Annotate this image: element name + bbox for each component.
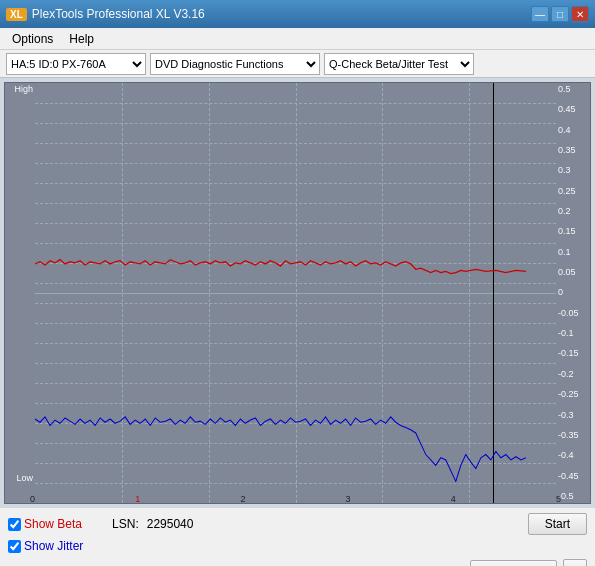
maximize-button[interactable]: □ <box>551 6 569 22</box>
lsn-label: LSN: <box>112 517 139 531</box>
chart-panel: High Low <box>0 78 595 508</box>
x-label-4: 4 <box>451 494 456 504</box>
jitter-trace <box>35 417 526 482</box>
show-beta-label: Show Beta <box>8 517 82 531</box>
high-label: High <box>7 85 33 94</box>
x-label-1: 1 <box>135 494 140 504</box>
title-bar-left: XL PlexTools Professional XL V3.16 <box>6 7 205 21</box>
y-right--0.45: -0.45 <box>558 472 588 481</box>
y-right--0.25: -0.25 <box>558 390 588 399</box>
y-axis-right: 0.5 0.45 0.4 0.35 0.3 0.25 0.2 0.15 0.1 … <box>556 83 590 503</box>
y-right-0.5: 0.5 <box>558 85 588 94</box>
toolbar: HA:5 ID:0 PX-760A DVD Diagnostic Functio… <box>0 50 595 78</box>
y-right-0.35: 0.35 <box>558 146 588 155</box>
y-right--0.1: -0.1 <box>558 329 588 338</box>
bottom-row-jitter: Show Jitter <box>8 539 587 553</box>
preferences-button[interactable]: Preferences <box>470 560 557 566</box>
y-right--0.15: -0.15 <box>558 349 588 358</box>
test-select[interactable]: Q-Check Beta/Jitter Test <box>324 53 474 75</box>
x-label-3: 3 <box>346 494 351 504</box>
drive-select[interactable]: HA:5 ID:0 PX-760A <box>6 53 146 75</box>
beta-trace <box>35 260 526 274</box>
y-right--0.05: -0.05 <box>558 309 588 318</box>
bottom-panel: Show Beta LSN: 2295040 Start Show Jitter… <box>0 508 595 566</box>
chart-svg <box>35 83 556 503</box>
y-right--0.4: -0.4 <box>558 451 588 460</box>
bottom-row-buttons: Preferences i <box>8 559 587 566</box>
y-right--0.35: -0.35 <box>558 431 588 440</box>
x-label-2: 2 <box>240 494 245 504</box>
y-right-0.25: 0.25 <box>558 187 588 196</box>
show-jitter-checkbox[interactable] <box>8 540 21 553</box>
menu-bar: Options Help <box>0 28 595 50</box>
info-button[interactable]: i <box>563 559 587 566</box>
minimize-button[interactable]: — <box>531 6 549 22</box>
y-right-0.15: 0.15 <box>558 227 588 236</box>
y-right-0: 0 <box>558 288 588 297</box>
y-right--0.2: -0.2 <box>558 370 588 379</box>
y-right-0.1: 0.1 <box>558 248 588 257</box>
y-axis-left: High Low <box>5 83 35 503</box>
x-label-0: 0 <box>30 494 35 504</box>
y-right-0.05: 0.05 <box>558 268 588 277</box>
show-jitter-label: Show Jitter <box>8 539 83 553</box>
app-logo: XL <box>6 8 27 21</box>
y-right-0.4: 0.4 <box>558 126 588 135</box>
title-bar: XL PlexTools Professional XL V3.16 — □ ✕ <box>0 0 595 28</box>
menu-help[interactable]: Help <box>61 30 102 48</box>
app-title: PlexTools Professional XL V3.16 <box>32 7 205 21</box>
show-jitter-text: Show Jitter <box>24 539 83 553</box>
y-right--0.5: -0.5 <box>558 492 588 501</box>
bottom-row-beta: Show Beta LSN: 2295040 Start <box>8 513 587 535</box>
y-right-0.2: 0.2 <box>558 207 588 216</box>
function-select[interactable]: DVD Diagnostic Functions <box>150 53 320 75</box>
chart-container: High Low <box>4 82 591 504</box>
close-button[interactable]: ✕ <box>571 6 589 22</box>
y-right--0.3: -0.3 <box>558 411 588 420</box>
lsn-value: 2295040 <box>147 517 194 531</box>
low-label: Low <box>7 474 33 483</box>
x-label-5: 5 <box>556 494 561 504</box>
y-right-0.45: 0.45 <box>558 105 588 114</box>
start-button[interactable]: Start <box>528 513 587 535</box>
show-beta-text: Show Beta <box>24 517 82 531</box>
show-beta-checkbox[interactable] <box>8 518 21 531</box>
menu-options[interactable]: Options <box>4 30 61 48</box>
window-controls: — □ ✕ <box>531 6 589 22</box>
y-right-0.3: 0.3 <box>558 166 588 175</box>
x-axis-labels: 0 1 2 3 4 5 <box>30 490 561 508</box>
chart-area <box>35 83 556 503</box>
